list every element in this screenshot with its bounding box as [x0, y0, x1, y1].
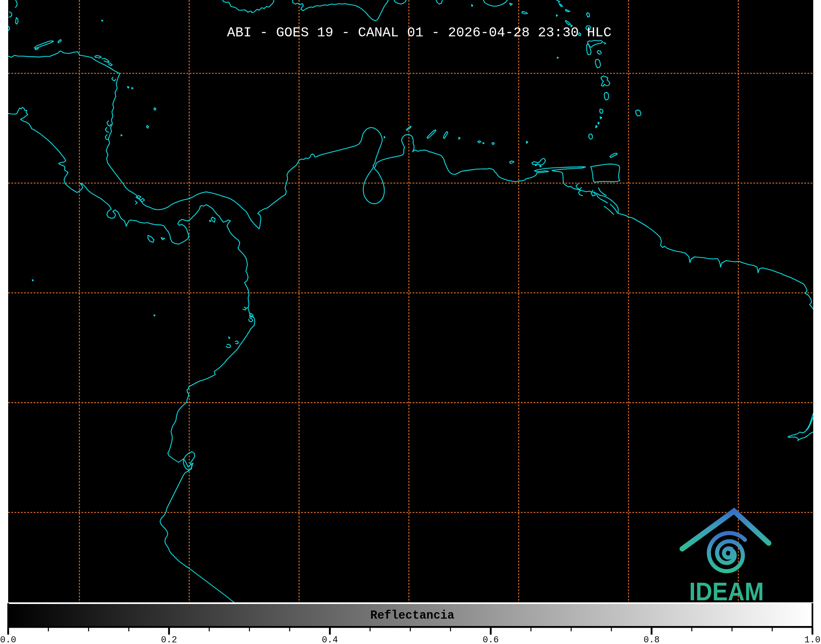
svg-text:0.0: 0.0 [0, 635, 16, 644]
svg-text:Reflectancia: Reflectancia [370, 609, 454, 622]
svg-text:0.4: 0.4 [322, 635, 338, 644]
svg-text:0.2: 0.2 [161, 635, 177, 644]
svg-text:ABI - GOES 19 - CANAL 01 - 202: ABI - GOES 19 - CANAL 01 - 2026-04-28 23… [227, 25, 612, 40]
svg-text:0.8: 0.8 [643, 635, 660, 644]
svg-text:0.6: 0.6 [483, 635, 499, 644]
svg-text:IDEAM: IDEAM [689, 577, 764, 606]
svg-text:1.0: 1.0 [804, 635, 821, 644]
